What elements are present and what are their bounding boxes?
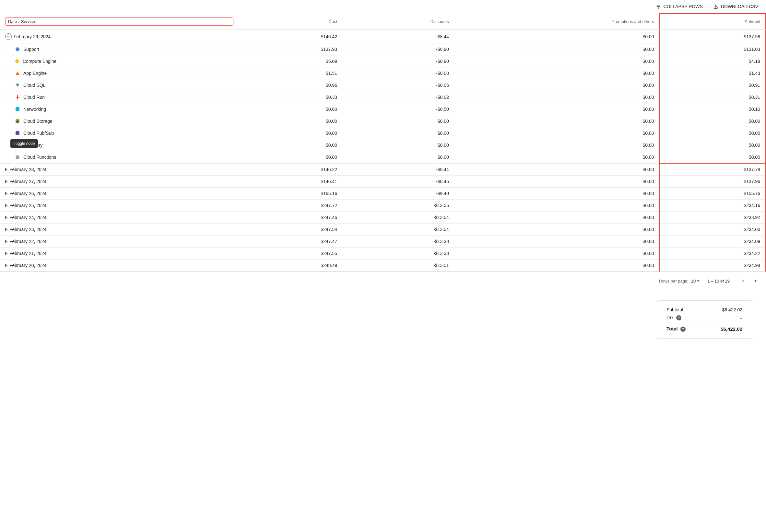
date-label: February 21, 2024 — [9, 251, 46, 256]
promotions-cell: $0.00 — [454, 163, 660, 176]
collapse-rows-label: COLLAPSE ROWS — [664, 4, 703, 9]
promotions-cell: $0.00 — [454, 79, 660, 91]
promotions-cell: $0.00 — [454, 151, 660, 164]
date-cell: February 20, 2024 — [0, 260, 238, 272]
expand-row-button[interactable] — [5, 192, 7, 195]
summary-tax-label: Tax ? — [667, 315, 681, 320]
subtotal-cell: $137.96 — [660, 176, 766, 188]
service-name-cell: Compute Engine — [0, 55, 238, 67]
summary-tax-value: – — [740, 315, 742, 320]
table-row: February 22, 2024 $247.47 -$13.38 $0.00 … — [0, 236, 766, 248]
service-name-cell: App Engine — [0, 67, 238, 79]
discounts-cell: -$13.54 — [342, 224, 454, 236]
date-label: February 23, 2024 — [9, 227, 46, 232]
promotions-cell: $0.00 — [454, 115, 660, 127]
rows-per-page-value: 10 — [691, 279, 696, 283]
pagination-info: 1 – 10 of 29 — [707, 279, 730, 283]
discounts-cell: $0.00 — [342, 127, 454, 139]
rows-per-page-control: Rows per page: 10 — [659, 279, 700, 283]
summary-subtotal-row: Subtotal $6,422.02 — [667, 307, 742, 312]
promotions-cell-feb29: $0.00 — [454, 30, 660, 43]
pagination-navigation — [737, 276, 761, 286]
date-label: February 20, 2024 — [9, 263, 46, 268]
service-name-label: Cloud Pub/Sub — [23, 131, 54, 136]
expand-row-button[interactable] — [5, 240, 7, 243]
service-name-cell: Cloud Run — [0, 91, 238, 103]
table-header-row: Date › Service Cost Discounts Promotions… — [0, 14, 766, 30]
cost-cell: $165.16 — [238, 188, 342, 200]
promotions-cell: $0.00 — [454, 55, 660, 67]
breadcrumb-service: Service — [21, 19, 35, 24]
expand-row-button[interactable] — [5, 252, 7, 255]
promotions-cell: $0.00 — [454, 260, 660, 272]
pagination-prev-button[interactable] — [737, 276, 748, 286]
service-name-cell: Cloud Functions — [0, 151, 238, 164]
service-name-label: App Engine — [23, 71, 47, 76]
discounts-cell-feb29: -$8.44 — [342, 30, 454, 43]
date-label: February 24, 2024 — [9, 215, 46, 220]
cost-cell: $0.00 — [238, 139, 342, 151]
cost-cell: $1.51 — [238, 67, 342, 79]
date-cell: February 24, 2024 — [0, 212, 238, 224]
promotions-cell: $0.00 — [454, 248, 660, 260]
expand-row-button[interactable] — [5, 228, 7, 231]
cost-cell: $146.41 — [238, 176, 342, 188]
date-cell: February 26, 2024 — [0, 188, 238, 200]
cost-cell: $247.55 — [238, 248, 342, 260]
table-row: Cloud Pub/Sub $0.00 $0.00 $0.00 $0.00 — [0, 127, 766, 139]
date-label-feb29: February 29, 2024 — [14, 34, 51, 39]
service-icon — [16, 95, 19, 99]
promotions-cell: $0.00 — [454, 236, 660, 248]
subtotal-cell: $0.91 — [660, 79, 766, 91]
subtotal-cell: $0.00 — [660, 139, 766, 151]
expand-row-button[interactable] — [5, 204, 7, 207]
discounts-cell: -$13.33 — [342, 248, 454, 260]
cost-cell: $5.09 — [238, 55, 342, 67]
date-cell-expanded: February 29, 2024 Toggle node — [0, 30, 238, 43]
summary-tax-row: Tax ? – — [667, 315, 742, 320]
date-label: February 22, 2024 — [9, 239, 46, 244]
expand-row-button[interactable] — [5, 168, 7, 171]
download-csv-icon — [713, 4, 718, 9]
table-row: February 24, 2024 $247.46 -$13.54 $0.00 … — [0, 212, 766, 224]
subtotal-cell: $137.78 — [660, 163, 766, 176]
summary-total-label: Total ? — [667, 326, 686, 332]
col-header-discounts: Discounts — [342, 14, 454, 30]
cost-cell: $0.00 — [238, 127, 342, 139]
promotions-cell: $0.00 — [454, 67, 660, 79]
rows-per-page-select[interactable]: 10 — [691, 279, 700, 283]
promotions-cell: $0.00 — [454, 188, 660, 200]
service-name-label: Cloud Run — [23, 95, 45, 100]
cost-cell: $247.54 — [238, 224, 342, 236]
service-name-label: Cloud SQL — [23, 83, 45, 88]
tax-help-icon[interactable]: ? — [676, 315, 681, 320]
pagination-next-button[interactable] — [750, 276, 761, 286]
date-label: February 25, 2024 — [9, 203, 46, 208]
cost-cell-feb29: $146.42 — [238, 30, 342, 43]
promotions-cell: $0.00 — [454, 139, 660, 151]
rows-per-page-dropdown-icon — [697, 280, 700, 282]
collapse-rows-button[interactable]: COLLAPSE ROWS — [656, 4, 703, 9]
prev-icon — [742, 279, 744, 283]
date-cell: February 22, 2024 — [0, 236, 238, 248]
col-header-promotions: Promotions and others — [454, 14, 660, 30]
discounts-cell: $0.00 — [342, 139, 454, 151]
table-row: ✳ Cloud Storage $0.00 $0.00 $0.00 $0.00 — [0, 115, 766, 127]
expand-row-button[interactable] — [5, 180, 7, 183]
promotions-cell: $0.00 — [454, 43, 660, 55]
toggle-expand-button[interactable] — [5, 33, 12, 40]
cost-cell: $0.00 — [238, 115, 342, 127]
promotions-cell: $0.00 — [454, 224, 660, 236]
promotions-cell: $0.00 — [454, 91, 660, 103]
discounts-cell: -$0.50 — [342, 103, 454, 115]
table-row: ★ BigQuery $0.00 $0.00 $0.00 $0.00 — [0, 139, 766, 151]
download-csv-button[interactable]: DOWNLOAD CSV — [713, 4, 758, 9]
total-help-icon[interactable]: ? — [680, 327, 686, 332]
expand-row-button[interactable] — [5, 264, 7, 267]
breadcrumb-separator: › — [18, 19, 19, 24]
service-icon — [16, 155, 19, 159]
service-name-label: Compute Engine — [23, 59, 56, 64]
discounts-cell: -$9.40 — [342, 188, 454, 200]
date-label: February 26, 2024 — [9, 191, 46, 196]
expand-row-button[interactable] — [5, 216, 7, 219]
